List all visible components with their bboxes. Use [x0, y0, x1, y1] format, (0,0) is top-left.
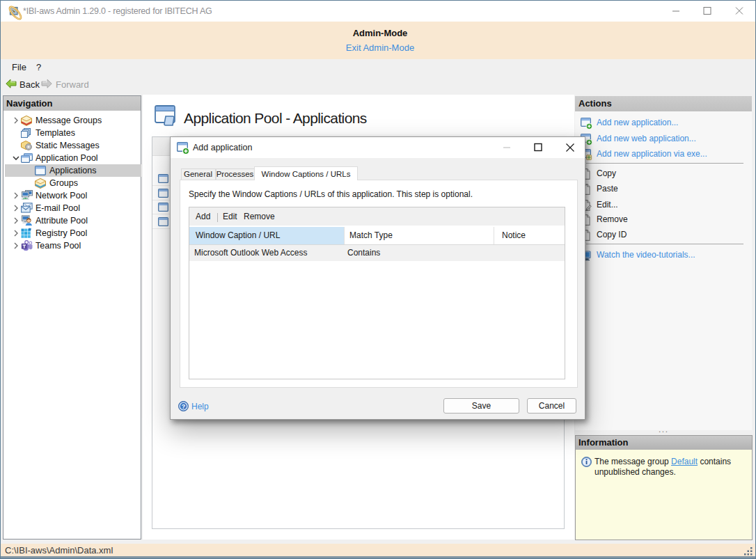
svg-text:?: ?	[182, 403, 186, 410]
